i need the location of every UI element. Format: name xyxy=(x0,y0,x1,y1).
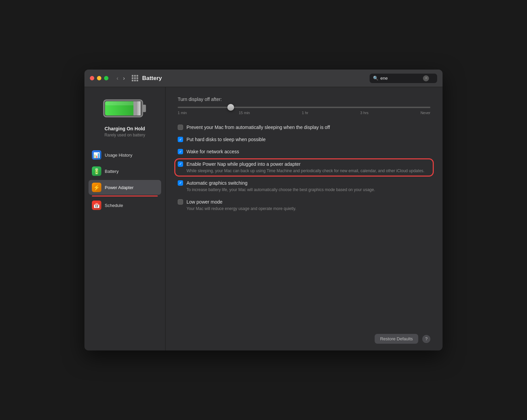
auto-graphics-label: Automatic graphics switching xyxy=(186,180,430,186)
slider-track xyxy=(178,107,430,108)
prevent-sleep-checkbox[interactable] xyxy=(178,125,183,130)
low-power-content: Low power mode Your Mac will reduce ener… xyxy=(186,199,430,212)
search-clear-button[interactable]: ✕ xyxy=(423,75,429,81)
sidebar-item-battery[interactable]: 🔋 Battery xyxy=(89,164,161,179)
sidebar-item-power-adapter[interactable]: ⚡ Power Adapter xyxy=(89,180,161,195)
slider-label-never: Never xyxy=(421,111,430,115)
active-underline xyxy=(92,195,158,196)
main-panel: Turn display off after: 1 min 15 min 1 h… xyxy=(166,87,443,350)
sidebar-item-usage-history[interactable]: 📊 Usage History xyxy=(89,148,161,162)
slider-thumb[interactable] xyxy=(227,104,234,111)
sidebar-item-schedule[interactable]: 📅 Schedule xyxy=(89,198,161,213)
low-power-sublabel: Your Mac will reduce energy usage and op… xyxy=(186,206,430,212)
power-adapter-icon: ⚡ xyxy=(92,183,101,192)
svg-rect-1 xyxy=(143,105,146,112)
power-nap-section: ✓ Enable Power Nap while plugged into a … xyxy=(178,161,430,174)
checkbox-low-power: Low power mode Your Mac will reduce ener… xyxy=(178,199,430,212)
prevent-sleep-label: Prevent your Mac from automatically slee… xyxy=(186,124,430,130)
search-icon: 🔍 xyxy=(373,76,378,81)
restore-defaults-button[interactable]: Restore Defaults xyxy=(375,334,418,344)
checkbox-prevent-sleep: Prevent your Mac from automatically slee… xyxy=(178,124,430,130)
hard-disks-content: Put hard disks to sleep when possible xyxy=(186,136,430,142)
auto-graphics-sublabel: To increase battery life, your Mac will … xyxy=(186,187,430,193)
checkbox-auto-graphics: ✓ Automatic graphics switching To increa… xyxy=(178,180,430,193)
power-nap-content: Enable Power Nap while plugged into a po… xyxy=(186,161,430,174)
slider-label: Turn display off after: xyxy=(178,97,430,102)
network-access-checkbox[interactable]: ✓ xyxy=(178,149,183,154)
window-title: Battery xyxy=(142,75,366,82)
low-power-label: Low power mode xyxy=(186,199,430,205)
hard-disks-label: Put hard disks to sleep when possible xyxy=(186,136,430,142)
maximize-button[interactable] xyxy=(104,76,108,80)
battery-nav-label: Battery xyxy=(105,169,119,174)
sidebar: Charging On Hold Rarely used on battery … xyxy=(84,87,166,350)
svg-rect-5 xyxy=(137,101,141,115)
back-arrow[interactable]: ‹ xyxy=(115,75,120,82)
slider-label-3hrs: 3 hrs xyxy=(360,111,368,115)
network-access-content: Wake for network access xyxy=(186,149,430,155)
search-bar[interactable]: 🔍 ✕ xyxy=(370,74,437,83)
traffic-lights xyxy=(90,76,108,80)
battery-nav-icon: 🔋 xyxy=(92,166,101,176)
display-off-slider-section: Turn display off after: 1 min 15 min 1 h… xyxy=(178,97,430,115)
svg-rect-4 xyxy=(133,101,137,115)
minimize-button[interactable] xyxy=(97,76,101,80)
slider-track-wrapper xyxy=(178,107,430,108)
window-content: Charging On Hold Rarely used on battery … xyxy=(84,87,443,350)
titlebar: ‹ › Battery 🔍 ✕ xyxy=(84,70,443,87)
power-nap-checkbox[interactable]: ✓ xyxy=(178,161,183,167)
prevent-sleep-content: Prevent your Mac from automatically slee… xyxy=(186,124,430,130)
hard-disks-checkbox[interactable]: ✓ xyxy=(178,137,183,142)
schedule-label: Schedule xyxy=(105,203,123,208)
battery-icon xyxy=(103,97,147,119)
auto-graphics-content: Automatic graphics switching To increase… xyxy=(186,180,430,193)
nav-arrows: ‹ › xyxy=(115,75,126,82)
sidebar-items: 📊 Usage History 🔋 Battery ⚡ Power Adapte… xyxy=(84,148,165,214)
system-preferences-window: ‹ › Battery 🔍 ✕ xyxy=(84,70,443,350)
usage-history-label: Usage History xyxy=(105,153,132,158)
power-nap-label: Enable Power Nap while plugged into a po… xyxy=(186,161,430,167)
usage-history-icon: 📊 xyxy=(92,150,101,160)
checkbox-network-access: ✓ Wake for network access xyxy=(178,149,430,155)
svg-rect-3 xyxy=(105,101,137,105)
search-input[interactable] xyxy=(380,76,421,81)
network-access-label: Wake for network access xyxy=(186,149,430,155)
low-power-checkbox[interactable] xyxy=(178,199,183,205)
auto-graphics-checkbox[interactable]: ✓ xyxy=(178,180,183,186)
checkbox-hard-disks: ✓ Put hard disks to sleep when possible xyxy=(178,136,430,142)
bottom-bar: Restore Defaults ? xyxy=(375,334,430,344)
grid-icon[interactable] xyxy=(132,75,138,81)
forward-arrow[interactable]: › xyxy=(122,75,126,82)
slider-labels: 1 min 15 min 1 hr 3 hrs Never xyxy=(178,111,430,115)
power-adapter-label: Power Adapter xyxy=(105,185,133,190)
battery-status-label: Charging On Hold xyxy=(105,126,145,131)
slider-label-15min: 15 min xyxy=(239,111,250,115)
power-nap-sublabel: While sleeping, your Mac can back up usi… xyxy=(186,168,430,174)
close-button[interactable] xyxy=(90,76,94,80)
slider-label-1min: 1 min xyxy=(178,111,187,115)
help-button[interactable]: ? xyxy=(422,335,430,343)
slider-label-1hr: 1 hr xyxy=(302,111,308,115)
schedule-icon: 📅 xyxy=(92,201,101,210)
battery-sub-label: Rarely used on battery xyxy=(104,133,145,137)
checkbox-power-nap: ✓ Enable Power Nap while plugged into a … xyxy=(178,161,430,174)
